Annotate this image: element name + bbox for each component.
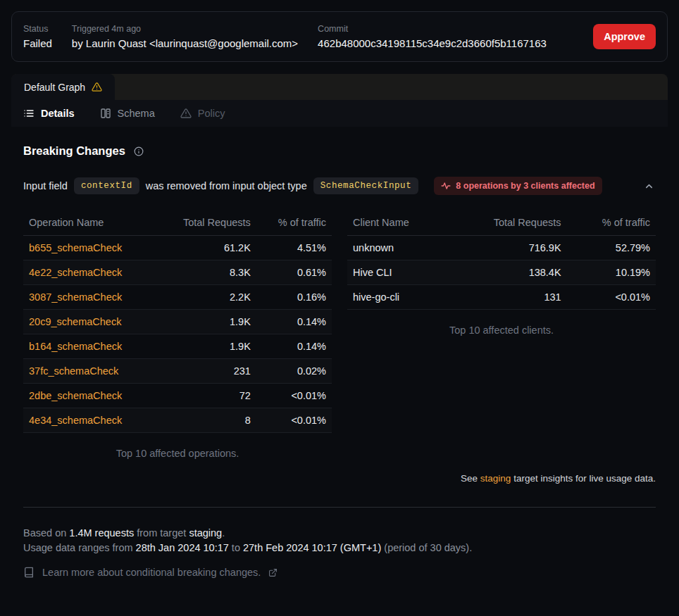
traffic-cell: <0.01% bbox=[256, 408, 332, 433]
triggered-label: Triggered 4m ago bbox=[72, 23, 298, 34]
tab-policy-label: Policy bbox=[198, 108, 225, 119]
insights-suffix: target insights for live usage data. bbox=[513, 473, 656, 484]
traffic-cell: <0.01% bbox=[256, 384, 332, 408]
operation-link[interactable]: 20c9_schemaCheck bbox=[29, 316, 121, 327]
traffic-cell: 0.14% bbox=[256, 310, 332, 334]
usage-summary-line: Based on 1.4M requests from target stagi… bbox=[23, 526, 656, 541]
column-total-requests: Total Requests bbox=[449, 212, 567, 236]
commit-hash: 462b48000c34198115c34e9c2d3660f5b1167163 bbox=[318, 37, 547, 51]
columns-icon bbox=[100, 108, 111, 119]
requests-cell: 138.4K bbox=[449, 260, 567, 285]
pulse-icon bbox=[441, 181, 451, 191]
page: Status Failed Triggered 4m ago by Laurin… bbox=[0, 0, 679, 591]
usage-tables: Operation Name Total Requests % of traff… bbox=[23, 212, 656, 459]
usage-to-word: to bbox=[232, 542, 240, 553]
triggered-by: by Laurin Quast <laurinquast@googlemail.… bbox=[72, 37, 298, 51]
requests-cell: 72 bbox=[156, 384, 256, 408]
requests-cell: 1.9K bbox=[156, 334, 256, 359]
triggered-block: Triggered 4m ago by Laurin Quast <laurin… bbox=[72, 23, 298, 51]
table-row: 2dbe_schemaCheck 72 <0.01% bbox=[23, 384, 332, 408]
operation-link[interactable]: 3087_schemaCheck bbox=[29, 291, 122, 303]
graph-tab-label: Default Graph bbox=[24, 82, 85, 93]
requests-cell: 2.2K bbox=[156, 285, 256, 310]
column-traffic: % of traffic bbox=[567, 212, 656, 236]
usage-requests-value: 1.4M requests bbox=[69, 527, 134, 539]
tab-default-graph[interactable]: Default Graph bbox=[11, 74, 115, 100]
clients-caption: Top 10 affected clients. bbox=[347, 325, 656, 336]
book-icon bbox=[23, 567, 35, 578]
tab-policy[interactable]: Policy bbox=[180, 108, 225, 119]
table-row: unknown 716.9K 52.79% bbox=[347, 236, 656, 260]
requests-cell: 8 bbox=[156, 408, 256, 433]
operation-link[interactable]: b655_schemaCheck bbox=[29, 242, 122, 253]
section-divider bbox=[23, 507, 656, 508]
affected-operations-badge[interactable]: 8 operations by 3 clients affected bbox=[434, 177, 602, 195]
client-name-cell: unknown bbox=[347, 236, 449, 260]
warning-triangle-icon bbox=[180, 108, 192, 119]
usage-footer: Based on 1.4M requests from target stagi… bbox=[23, 526, 656, 580]
section-title: Breaking Changes bbox=[23, 144, 125, 158]
requests-cell: 131 bbox=[449, 285, 567, 310]
usage-from-target: from target bbox=[137, 527, 186, 539]
table-row: b655_schemaCheck 61.2K 4.51% bbox=[23, 236, 332, 260]
usage-range-prefix: Usage data ranges from bbox=[23, 542, 133, 553]
operation-link[interactable]: 37fc_schemaCheck bbox=[29, 365, 118, 377]
clients-header-row: Client Name Total Requests % of traffic bbox=[347, 212, 656, 236]
check-nav: Details Schema Policy bbox=[11, 100, 668, 127]
operation-link[interactable]: 4e22_schemaCheck bbox=[29, 267, 122, 278]
table-row: 3087_schemaCheck 2.2K 0.16% bbox=[23, 285, 332, 310]
check-header-card: Status Failed Triggered 4m ago by Laurin… bbox=[11, 11, 668, 62]
change-text-prefix: Input field bbox=[23, 180, 68, 191]
graph-tab-strip: Default Graph bbox=[11, 74, 668, 100]
requests-cell: 716.9K bbox=[449, 236, 567, 260]
table-row: 20c9_schemaCheck 1.9K 0.14% bbox=[23, 310, 332, 334]
operations-header-row: Operation Name Total Requests % of traff… bbox=[23, 212, 332, 236]
approve-button[interactable]: Approve bbox=[593, 24, 656, 49]
operation-link[interactable]: 2dbe_schemaCheck bbox=[29, 390, 122, 401]
traffic-cell: 0.02% bbox=[256, 359, 332, 384]
warning-icon bbox=[92, 82, 102, 92]
info-icon[interactable] bbox=[134, 146, 144, 156]
client-name-cell: hive-go-cli bbox=[347, 285, 449, 310]
operations-table: Operation Name Total Requests % of traff… bbox=[23, 212, 332, 459]
field-code-chip: contextId bbox=[74, 177, 139, 194]
tab-details-label: Details bbox=[41, 108, 75, 119]
learn-more-link[interactable]: Learn more about conditional breaking ch… bbox=[23, 565, 656, 580]
tab-schema-label: Schema bbox=[118, 108, 155, 119]
main-card: Default Graph Details Schema bbox=[11, 74, 668, 580]
external-link-icon bbox=[268, 568, 278, 577]
column-traffic: % of traffic bbox=[256, 212, 332, 236]
usage-date-from: 28th Jan 2024 10:17 bbox=[136, 542, 229, 553]
column-operation-name: Operation Name bbox=[23, 212, 156, 236]
table-row: 37fc_schemaCheck 231 0.02% bbox=[23, 359, 332, 384]
status-block: Status Failed bbox=[23, 23, 52, 51]
commit-block: Commit 462b48000c34198115c34e9c2d3660f5b… bbox=[318, 23, 547, 51]
traffic-cell: 4.51% bbox=[256, 236, 332, 260]
operation-link[interactable]: 4e34_schemaCheck bbox=[29, 415, 122, 426]
staging-target-link[interactable]: staging bbox=[480, 473, 511, 484]
column-client-name: Client Name bbox=[347, 212, 449, 236]
usage-range-line: Usage data ranges from 28th Jan 2024 10:… bbox=[23, 541, 656, 555]
table-row: hive-go-cli 131 <0.01% bbox=[347, 285, 656, 310]
affected-badge-label: 8 operations by 3 clients affected bbox=[456, 181, 594, 191]
breaking-changes-header: Breaking Changes bbox=[23, 144, 656, 158]
table-row: b164_schemaCheck 1.9K 0.14% bbox=[23, 334, 332, 359]
traffic-cell: 0.14% bbox=[256, 334, 332, 359]
usage-period-suffix: (period of 30 days). bbox=[384, 542, 472, 553]
requests-cell: 231 bbox=[156, 359, 256, 384]
details-content: Breaking Changes Input field contextId w… bbox=[11, 127, 668, 580]
operation-link[interactable]: b164_schemaCheck bbox=[29, 341, 122, 352]
learn-more-label: Learn more about conditional breaking ch… bbox=[42, 565, 261, 580]
clients-table: Client Name Total Requests % of traffic … bbox=[347, 212, 656, 459]
column-total-requests: Total Requests bbox=[156, 212, 256, 236]
usage-based-prefix: Based on bbox=[23, 527, 66, 539]
tab-details[interactable]: Details bbox=[23, 108, 75, 119]
chevron-up-icon[interactable] bbox=[642, 180, 656, 193]
tab-schema[interactable]: Schema bbox=[100, 108, 155, 119]
requests-cell: 1.9K bbox=[156, 310, 256, 334]
table-row: 4e22_schemaCheck 8.3K 0.61% bbox=[23, 260, 332, 285]
requests-cell: 8.3K bbox=[156, 260, 256, 285]
usage-date-to: 27th Feb 2024 10:17 (GMT+1) bbox=[243, 542, 381, 553]
client-name-cell: Hive CLI bbox=[347, 260, 449, 285]
change-text-middle: was removed from input object type bbox=[146, 180, 307, 191]
